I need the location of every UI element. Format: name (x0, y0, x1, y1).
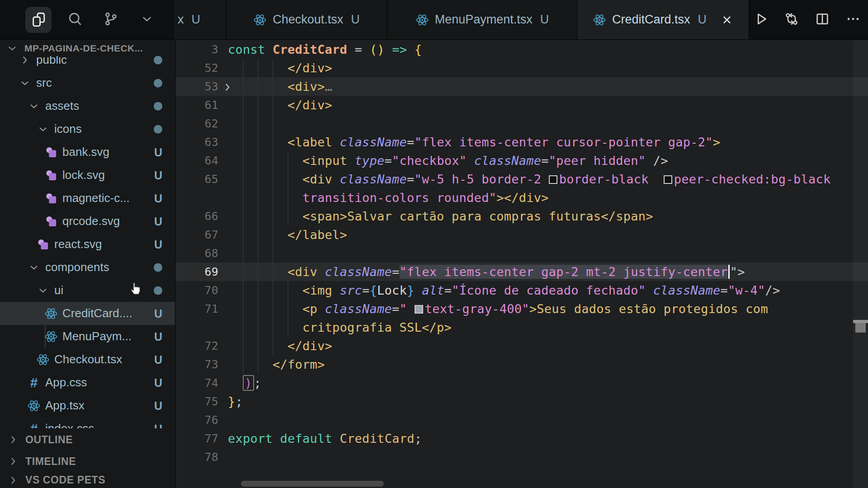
close-icon[interactable] (721, 14, 733, 26)
code-token: <div (302, 172, 340, 186)
code-text: </div> (288, 59, 332, 77)
file-app-css[interactable]: #App.cssU (0, 371, 175, 394)
code-token: = (720, 283, 728, 297)
code-line[interactable]: 75}; (175, 392, 868, 411)
code-token: className (340, 172, 407, 186)
code-token: type (355, 154, 385, 168)
code-line[interactable]: 77export default CreditCard; (175, 429, 868, 448)
code-token: /> (646, 154, 668, 168)
folder-icons[interactable]: icons (0, 117, 175, 141)
folder-public[interactable]: public (0, 56, 175, 71)
file-checkout-tsx[interactable]: Checkout.tsxU (0, 348, 175, 371)
editor[interactable]: 3const CreditCard = () => {52</div>53<di… (175, 40, 868, 488)
code-token: = (347, 42, 370, 56)
file-app-tsx[interactable]: App.tsxU (0, 394, 175, 417)
folder-src[interactable]: src (0, 71, 175, 94)
activity-item-source-control[interactable] (98, 7, 124, 33)
fold-chevron-icon[interactable] (222, 80, 233, 98)
tab-x[interactable]: xU (174, 0, 226, 39)
code-text: </form> (273, 355, 325, 374)
modified-badge: U (540, 13, 549, 27)
chevron-down-icon (140, 12, 154, 28)
code-line[interactable]: 64<input type="checkbox" className="peer… (175, 151, 868, 170)
tab-checkout-tsx[interactable]: Checkout.tsxU (226, 0, 387, 39)
code-line[interactable]: 53<div>… (175, 77, 868, 96)
code-token: "w-5 h-5 border-2 (415, 172, 549, 186)
code-text: export default CreditCard; (228, 429, 422, 448)
run-button[interactable] (749, 8, 773, 32)
react-file-icon (27, 399, 41, 413)
code-text: critpografia SSL</p> (302, 318, 452, 337)
code-line[interactable]: 76 (175, 411, 868, 429)
code-line[interactable]: 65<div className="w-5 h-5 border-2 borde… (175, 170, 868, 188)
compare-changes-button[interactable] (780, 8, 803, 32)
code-line[interactable]: 66<span>Salvar cartão para compras futur… (175, 207, 868, 225)
code-line[interactable]: 52</div> (175, 59, 868, 77)
code-token: <label (288, 135, 340, 149)
source-control-icon (103, 11, 118, 28)
chevron-right-icon (18, 56, 32, 67)
more-actions-button[interactable] (841, 8, 865, 32)
code-line[interactable]: 61</div> (175, 96, 868, 114)
split-editor-button[interactable] (811, 8, 834, 32)
code-line[interactable]: 72</div> (175, 337, 868, 355)
file-creditcard-[interactable]: CreditCard....U (0, 302, 175, 325)
code-token: text-gray-400" (425, 302, 529, 316)
vertical-scrollbar[interactable] (853, 40, 868, 488)
horizontal-scrollbar[interactable] (241, 481, 384, 487)
activity-item-search[interactable] (61, 7, 88, 33)
code-line[interactable]: 74); (175, 374, 868, 392)
code-line[interactable]: 69<div className="flex items-center gap-… (175, 263, 868, 281)
editor-actions (749, 0, 868, 39)
folder-components[interactable]: components (0, 256, 175, 279)
code-token: <div (288, 265, 325, 279)
code-line[interactable]: 71<p className=" text-gray-400">Seus dad… (175, 300, 868, 318)
line-number (175, 188, 218, 207)
code-line[interactable]: 73</form> (175, 355, 868, 374)
file-react-svg[interactable]: react.svgU (0, 233, 175, 256)
code-text: }; (228, 392, 243, 411)
code-token: = (541, 154, 549, 168)
activity-item-explorer[interactable] (25, 7, 52, 33)
code-token: => (392, 42, 407, 56)
file-qrcode-svg[interactable]: qrcode.svgU (0, 210, 175, 233)
code-token: > (713, 135, 721, 149)
explorer-section-header[interactable]: MP-PAGINA-DE-CHECK... (0, 40, 175, 56)
tree-item-label: public (36, 56, 67, 67)
line-number: 74 (175, 374, 218, 392)
line-number: 52 (175, 59, 218, 77)
file-index-css[interactable]: #index.cssU (0, 417, 175, 428)
code-line[interactable]: 62 (175, 114, 868, 133)
activity-item-more-views[interactable] (134, 7, 160, 33)
chevron-down-icon (36, 284, 50, 297)
folder-ui[interactable]: ui (0, 279, 175, 302)
color-decorator-swatch (549, 175, 557, 184)
panel-header-outline[interactable]: OUTLINE (0, 429, 175, 450)
panel-header-vs-code-pets[interactable]: VS CODE PETS (0, 472, 175, 488)
code-line-wrap[interactable]: transition-colors rounded"></div> (175, 188, 868, 207)
code-line[interactable]: 67</label> (175, 225, 868, 244)
svg-file-icon (44, 169, 58, 182)
project-root-name: MP-PAGINA-DE-CHECK... (24, 43, 143, 54)
code-line-wrap[interactable]: critpografia SSL</p> (175, 318, 868, 337)
tab-menupayment-tsx[interactable]: MenuPayment.tsxU (387, 0, 577, 39)
file-menupaym-[interactable]: MenuPaym...U (0, 325, 175, 348)
sticky-code-line[interactable]: 3const CreditCard = () => { (175, 40, 868, 59)
file-magnetic-c-[interactable]: magnetic-c...U (0, 187, 175, 210)
line-number: 75 (175, 392, 218, 411)
file-lock-svg[interactable]: lock.svgU (0, 164, 175, 187)
code-line[interactable]: 78 (175, 448, 868, 466)
tab-creditcard-tsx[interactable]: CreditCard.tsxU (577, 0, 749, 39)
code-line[interactable]: 63<label className="flex items-center cu… (175, 133, 868, 151)
tree-item-label: icons (54, 122, 82, 136)
folder-assets[interactable]: assets (0, 94, 175, 117)
code-line[interactable]: 70<img src={Lock} alt="Ícone de cadeado … (175, 281, 868, 300)
code-token: } (407, 283, 415, 297)
code-token: = (385, 154, 392, 168)
modified-dot-badge (154, 125, 162, 133)
code-token: </form> (273, 357, 325, 371)
panel-header-timeline[interactable]: TIMELINE (0, 450, 175, 472)
file-bank-svg[interactable]: bank.svgU (0, 141, 175, 164)
tree-item-label: MenuPaym... (62, 329, 132, 343)
code-line[interactable]: 68 (175, 244, 868, 263)
